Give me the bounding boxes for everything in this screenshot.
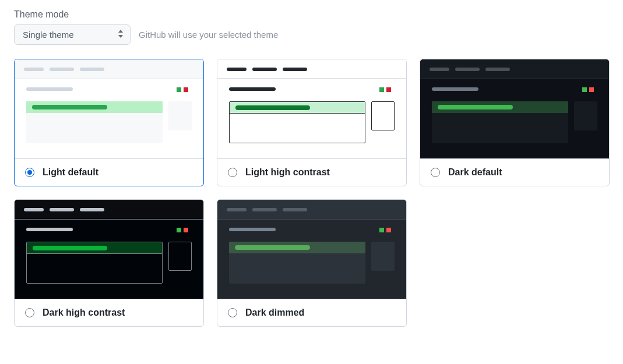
theme-preview: [420, 59, 609, 158]
preview-status-dots: [177, 228, 188, 232]
toolbar-pill: [283, 208, 307, 211]
theme-card-dark-default[interactable]: Dark default: [420, 59, 610, 186]
preview-side-block: [371, 101, 395, 130]
preview-main-block: [229, 242, 365, 284]
preview-side-block: [168, 101, 192, 130]
preview-diff-stripe: [229, 242, 365, 253]
status-dot-green-icon: [177, 87, 181, 92]
preview-content: [15, 79, 203, 158]
preview-content: [15, 220, 203, 299]
theme-radio[interactable]: [431, 168, 440, 177]
preview-diff-stripe: [432, 101, 568, 113]
preview-body: [229, 101, 395, 143]
theme-card-light-default[interactable]: Light default: [14, 59, 204, 186]
theme-radio[interactable]: [25, 168, 34, 177]
theme-preview: [15, 200, 203, 299]
toolbar-pill: [80, 208, 104, 211]
preview-content: [420, 79, 609, 158]
theme-card-footer: Light high contrast: [217, 158, 406, 186]
status-dot-red-icon: [386, 87, 391, 92]
status-dot-green-icon: [177, 228, 181, 232]
status-dot-green-icon: [379, 87, 384, 92]
preview-status-dots: [379, 87, 391, 92]
preview-toolbar: [15, 59, 203, 79]
theme-card-footer: Light default: [15, 158, 203, 186]
preview-status-dots: [379, 228, 391, 232]
preview-body: [229, 242, 395, 284]
preview-diff-stripe: [27, 242, 162, 254]
theme-preview: [217, 59, 406, 158]
toolbar-pill: [80, 68, 104, 71]
preview-diff-bar: [33, 246, 107, 250]
preview-toolbar: [420, 59, 609, 79]
status-dot-red-icon: [589, 87, 594, 92]
toolbar-pill: [227, 68, 247, 71]
preview-main-block: [229, 101, 365, 143]
preview-toolbar: [15, 200, 203, 220]
theme-grid: Light default: [14, 59, 609, 327]
preview-diff-stripe: [230, 102, 365, 114]
theme-mode-select[interactable]: Single theme: [14, 24, 131, 45]
preview-main-block: [26, 242, 163, 284]
preview-side-block: [168, 242, 192, 271]
preview-top-line: [26, 87, 73, 91]
preview-main-block: [26, 101, 163, 143]
preview-body: [26, 101, 192, 143]
toolbar-pill: [24, 68, 44, 71]
theme-card-footer: Dark default: [420, 158, 609, 186]
theme-label: Light high contrast: [245, 167, 330, 178]
theme-preview: [217, 200, 406, 299]
preview-diff-bar: [32, 105, 107, 109]
preview-content: [217, 220, 406, 299]
theme-label: Dark dimmed: [245, 308, 304, 318]
status-dot-green-icon: [379, 228, 384, 232]
theme-card-dark-dimmed[interactable]: Dark dimmed: [217, 199, 407, 327]
status-dot-red-icon: [184, 87, 188, 92]
preview-top-line: [26, 228, 73, 231]
preview-diff-bar: [235, 245, 310, 250]
theme-label: Dark high contrast: [43, 308, 125, 318]
theme-card-footer: Dark dimmed: [217, 299, 406, 326]
toolbar-pill: [430, 68, 449, 71]
preview-top-line: [229, 228, 276, 231]
toolbar-pill: [252, 68, 277, 71]
toolbar-pill: [227, 208, 247, 211]
preview-top-line: [229, 87, 276, 91]
theme-mode-helper: GitHub will use your selected theme: [139, 30, 278, 40]
theme-radio[interactable]: [228, 308, 237, 317]
preview-body: [432, 101, 597, 143]
preview-diff-stripe: [26, 101, 163, 113]
theme-card-footer: Dark high contrast: [15, 299, 203, 326]
preview-side-block: [574, 101, 597, 130]
theme-mode-select-wrap: Single theme: [14, 24, 131, 45]
toolbar-pill: [455, 68, 480, 71]
preview-top-line: [432, 87, 478, 91]
theme-preview: [15, 59, 203, 158]
toolbar-pill: [485, 68, 510, 71]
theme-mode-row: Single theme GitHub will use your select…: [14, 24, 609, 45]
preview-body: [26, 242, 192, 284]
preview-diff-bar: [235, 105, 310, 110]
theme-label: Light default: [43, 167, 98, 178]
toolbar-pill: [252, 208, 277, 211]
preview-status-dots: [582, 87, 594, 92]
preview-content: [217, 79, 406, 158]
preview-status-dots: [177, 87, 188, 92]
theme-label: Dark default: [448, 167, 502, 178]
toolbar-pill: [24, 208, 44, 211]
preview-diff-bar: [438, 105, 513, 109]
preview-toolbar: [217, 59, 406, 79]
preview-toolbar: [217, 200, 406, 220]
preview-main-block: [432, 101, 568, 143]
theme-card-light-hc[interactable]: Light high contrast: [217, 59, 407, 186]
toolbar-pill: [50, 208, 74, 211]
theme-radio[interactable]: [228, 168, 237, 177]
theme-radio[interactable]: [25, 308, 34, 317]
status-dot-green-icon: [582, 87, 587, 92]
toolbar-pill: [50, 68, 74, 71]
theme-card-dark-hc[interactable]: Dark high contrast: [14, 199, 204, 327]
toolbar-pill: [283, 68, 307, 71]
preview-side-block: [371, 242, 395, 271]
status-dot-red-icon: [386, 228, 391, 232]
status-dot-red-icon: [184, 228, 188, 232]
